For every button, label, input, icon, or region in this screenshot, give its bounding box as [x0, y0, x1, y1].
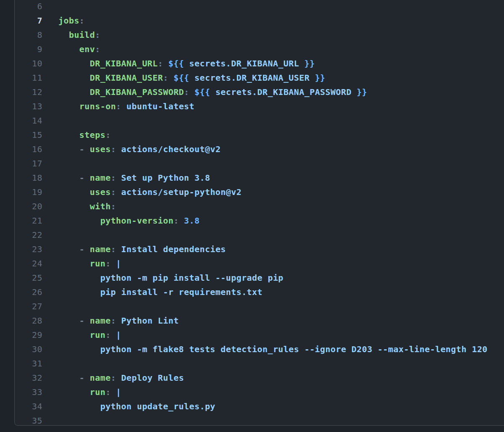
code-text: DR_KIBANA_USER: ${{ secrets.DR_KIBANA_US…	[58, 71, 326, 85]
line-number[interactable]: 23	[15, 242, 42, 256]
code-line: 29 run: |	[15, 328, 504, 342]
line-number[interactable]: 10	[15, 56, 42, 71]
code-text: jobs:	[58, 13, 84, 28]
code-line: 23 - name: Install dependencies	[15, 242, 504, 256]
line-number[interactable]: 8	[15, 28, 42, 42]
code-text: - name: Install dependencies	[58, 242, 226, 256]
line-number[interactable]: 11	[15, 71, 42, 85]
code-text: run: |	[58, 328, 121, 342]
line-number[interactable]: 34	[15, 399, 42, 414]
code-text: - name: Python Lint	[58, 313, 179, 328]
code-line: 10 DR_KIBANA_URL: ${{ secrets.DR_KIBANA_…	[15, 56, 504, 71]
line-number[interactable]: 25	[15, 271, 42, 285]
line-number[interactable]: 20	[15, 199, 42, 213]
code-text: python -m flake8 tests detection_rules -…	[58, 342, 488, 356]
code-text: pip install -r requirements.txt	[58, 285, 262, 299]
code-line: 19 uses: actions/setup-python@v2	[15, 185, 504, 199]
line-number[interactable]: 7	[15, 13, 42, 28]
code-line: 24 run: |	[15, 256, 504, 271]
code-text: uses: actions/setup-python@v2	[58, 185, 242, 199]
code-line: 25 python -m pip install --upgrade pip	[15, 271, 504, 285]
line-number[interactable]: 33	[15, 385, 42, 399]
code-line: 17	[15, 156, 504, 171]
line-number[interactable]: 9	[15, 42, 42, 56]
line-number[interactable]: 21	[15, 213, 42, 228]
code-line: 28 - name: Python Lint	[15, 313, 504, 328]
code-text: python-version: 3.8	[58, 213, 200, 228]
code-line: 26 pip install -r requirements.txt	[15, 285, 504, 299]
code-text: with:	[58, 199, 116, 213]
line-number[interactable]: 31	[15, 356, 42, 371]
line-number[interactable]: 30	[15, 342, 42, 356]
code-line: 12 DR_KIBANA_PASSWORD: ${{ secrets.DR_KI…	[15, 85, 504, 99]
line-number[interactable]: 27	[15, 299, 42, 313]
code-line: 16 - uses: actions/checkout@v2	[15, 142, 504, 156]
code-line: 8 build:	[15, 28, 504, 42]
code-line: 27	[15, 299, 504, 313]
line-number[interactable]: 13	[15, 99, 42, 113]
code-line: 20 with:	[15, 199, 504, 213]
code-line: 15 steps:	[15, 128, 504, 142]
line-number[interactable]: 29	[15, 328, 42, 342]
line-number[interactable]: 15	[15, 128, 42, 142]
code-text: build:	[58, 28, 100, 42]
code-text: python -m pip install --upgrade pip	[58, 271, 284, 285]
code-text: DR_KIBANA_URL: ${{ secrets.DR_KIBANA_URL…	[58, 56, 315, 71]
code-line: 22	[15, 228, 504, 242]
line-number[interactable]: 22	[15, 228, 42, 242]
code-text: - uses: actions/checkout@v2	[58, 142, 220, 156]
code-text: steps:	[58, 128, 111, 142]
code-text: env:	[58, 42, 100, 56]
code-text: python update_rules.py	[58, 399, 215, 414]
line-number[interactable]: 26	[15, 285, 42, 299]
code-line: 30 python -m flake8 tests detection_rule…	[15, 342, 504, 356]
line-number[interactable]: 12	[15, 85, 42, 99]
line-number[interactable]: 14	[15, 113, 42, 128]
line-number[interactable]: 32	[15, 371, 42, 385]
code-line: 7jobs:	[15, 13, 504, 28]
code-line: 9 env:	[15, 42, 504, 56]
code-editor: 67jobs:8 build:9 env:10 DR_KIBANA_URL: $…	[15, 0, 504, 426]
code-text: run: |	[58, 256, 121, 271]
code-line: 14	[15, 113, 504, 128]
code-line: 13 runs-on: ubuntu-latest	[15, 99, 504, 113]
line-number[interactable]: 19	[15, 185, 42, 199]
code-text: - name: Deploy Rules	[58, 371, 184, 385]
line-number[interactable]: 28	[15, 313, 42, 328]
code-line: 32 - name: Deploy Rules	[15, 371, 504, 385]
code-line: 6	[15, 0, 504, 13]
line-number[interactable]: 35	[15, 414, 42, 426]
code-line: 18 - name: Set up Python 3.8	[15, 171, 504, 185]
code-line: 21 python-version: 3.8	[15, 213, 504, 228]
code-line: 34 python update_rules.py	[15, 399, 504, 414]
code-line: 31	[15, 356, 504, 371]
code-text: - name: Set up Python 3.8	[58, 171, 210, 185]
line-number[interactable]: 18	[15, 171, 42, 185]
line-number[interactable]: 6	[15, 0, 42, 13]
line-number[interactable]: 17	[15, 156, 42, 171]
code-text: run: |	[58, 385, 121, 399]
line-number[interactable]: 24	[15, 256, 42, 271]
page: 67jobs:8 build:9 env:10 DR_KIBANA_URL: $…	[0, 0, 504, 432]
code-text: runs-on: ubuntu-latest	[58, 99, 194, 113]
code-line: 33 run: |	[15, 385, 504, 399]
code-text: DR_KIBANA_PASSWORD: ${{ secrets.DR_KIBAN…	[58, 85, 367, 99]
line-number[interactable]: 16	[15, 142, 42, 156]
code-line: 11 DR_KIBANA_USER: ${{ secrets.DR_KIBANA…	[15, 71, 504, 85]
code-block: 67jobs:8 build:9 env:10 DR_KIBANA_URL: $…	[14, 0, 504, 426]
code-line: 35	[15, 414, 504, 426]
